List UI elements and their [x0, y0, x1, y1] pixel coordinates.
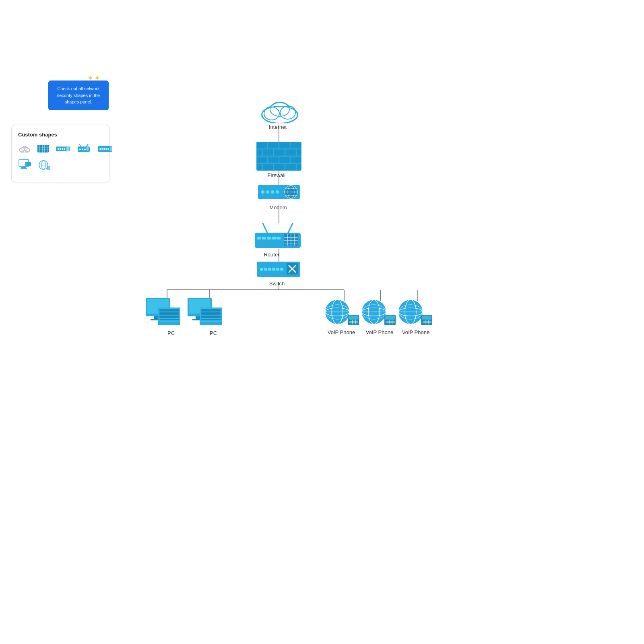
svg-rect-75 — [274, 149, 285, 156]
svg-rect-130 — [159, 316, 179, 318]
switch-label: Switch — [257, 281, 297, 287]
svg-point-15 — [62, 148, 63, 150]
svg-rect-17 — [66, 147, 69, 151]
svg-line-98 — [263, 223, 268, 233]
pc1-label: PC — [151, 330, 191, 336]
svg-rect-83 — [263, 164, 273, 170]
svg-rect-35 — [25, 162, 31, 166]
shape-cloud[interactable] — [18, 144, 31, 153]
svg-point-14 — [60, 148, 61, 150]
svg-point-119 — [280, 268, 283, 271]
router-label: Router — [252, 252, 292, 258]
svg-rect-139 — [201, 319, 221, 320]
svg-rect-132 — [159, 309, 179, 312]
shapes-row-2 — [18, 159, 103, 171]
svg-rect-160 — [385, 316, 395, 320]
svg-line-19 — [87, 144, 88, 147]
modem-node[interactable] — [258, 183, 300, 204]
svg-rect-171 — [422, 316, 431, 320]
svg-rect-82 — [257, 164, 262, 170]
svg-rect-131 — [159, 312, 179, 315]
svg-rect-71 — [279, 142, 290, 149]
svg-rect-149 — [349, 316, 358, 320]
shape-firewall[interactable] — [37, 144, 50, 153]
svg-rect-84 — [274, 164, 285, 170]
voip3-node[interactable] — [398, 298, 433, 328]
svg-point-89 — [266, 190, 269, 194]
spark-icon: ✦✦ — [87, 73, 101, 83]
svg-point-28 — [103, 148, 105, 150]
shape-switch2[interactable] — [97, 144, 113, 153]
internet-label: Internet — [258, 124, 298, 130]
svg-point-27 — [101, 148, 103, 150]
svg-point-91 — [276, 190, 279, 194]
shape-voip[interactable] — [38, 159, 51, 171]
svg-point-26 — [99, 148, 101, 150]
callout-text: Check out all network security shapes in… — [48, 80, 109, 110]
svg-line-99 — [288, 223, 293, 233]
svg-rect-34 — [21, 168, 27, 169]
firewall-label: Firewall — [256, 172, 297, 178]
svg-rect-80 — [279, 157, 290, 163]
svg-point-116 — [268, 268, 271, 271]
svg-rect-81 — [291, 157, 301, 163]
pc1-node[interactable] — [146, 298, 181, 330]
svg-point-114 — [260, 268, 263, 271]
svg-rect-69 — [257, 142, 267, 149]
voip1-label: VoIP Phone — [321, 329, 361, 335]
shape-router[interactable] — [76, 143, 91, 155]
svg-rect-85 — [285, 164, 296, 170]
svg-rect-142 — [201, 309, 221, 312]
svg-rect-24 — [87, 147, 89, 151]
svg-rect-79 — [268, 157, 279, 163]
svg-rect-101 — [257, 237, 261, 239]
svg-rect-86 — [297, 164, 301, 170]
callout-box: ✦✦ Check out all network security shapes… — [48, 80, 109, 110]
svg-point-22 — [82, 149, 83, 150]
svg-point-23 — [84, 149, 86, 150]
svg-rect-70 — [268, 142, 279, 149]
svg-rect-102 — [262, 237, 266, 239]
shapes-panel-title: Custom shapes — [18, 132, 103, 138]
svg-point-117 — [272, 268, 275, 271]
svg-point-16 — [64, 148, 65, 150]
svg-rect-73 — [257, 149, 262, 156]
shape-switch[interactable] — [55, 144, 70, 153]
svg-rect-141 — [201, 312, 221, 315]
pc2-label: PC — [193, 330, 233, 336]
svg-point-29 — [105, 148, 107, 150]
svg-point-115 — [264, 268, 267, 271]
voip1-node[interactable] — [324, 298, 360, 328]
svg-rect-103 — [267, 237, 271, 239]
modem-label: Modem — [258, 204, 298, 211]
svg-rect-31 — [110, 147, 112, 151]
shapes-row-1 — [18, 143, 103, 155]
svg-rect-74 — [263, 149, 273, 156]
svg-point-21 — [79, 149, 81, 150]
shape-monitor[interactable] — [18, 159, 33, 171]
voip3-label: VoIP Phone — [394, 329, 438, 335]
svg-rect-129 — [159, 319, 179, 320]
svg-point-118 — [276, 268, 279, 271]
pc2-node[interactable] — [188, 298, 223, 330]
svg-point-13 — [58, 148, 59, 150]
firewall-node[interactable] — [256, 142, 301, 172]
svg-rect-104 — [272, 237, 276, 239]
svg-point-88 — [261, 190, 264, 194]
internet-node[interactable] — [258, 93, 302, 124]
svg-point-90 — [271, 190, 274, 194]
router-node[interactable] — [252, 221, 304, 252]
svg-point-30 — [107, 148, 109, 150]
svg-rect-105 — [277, 237, 281, 239]
svg-rect-33 — [21, 167, 26, 168]
svg-rect-77 — [297, 149, 301, 156]
svg-rect-76 — [285, 149, 296, 156]
switch-node[interactable] — [257, 261, 300, 280]
svg-line-18 — [79, 144, 81, 147]
svg-rect-140 — [201, 316, 221, 318]
svg-rect-72 — [291, 142, 301, 149]
voip2-node[interactable] — [361, 298, 396, 328]
svg-rect-78 — [257, 157, 267, 163]
shapes-panel: Custom shapes — [11, 125, 110, 182]
